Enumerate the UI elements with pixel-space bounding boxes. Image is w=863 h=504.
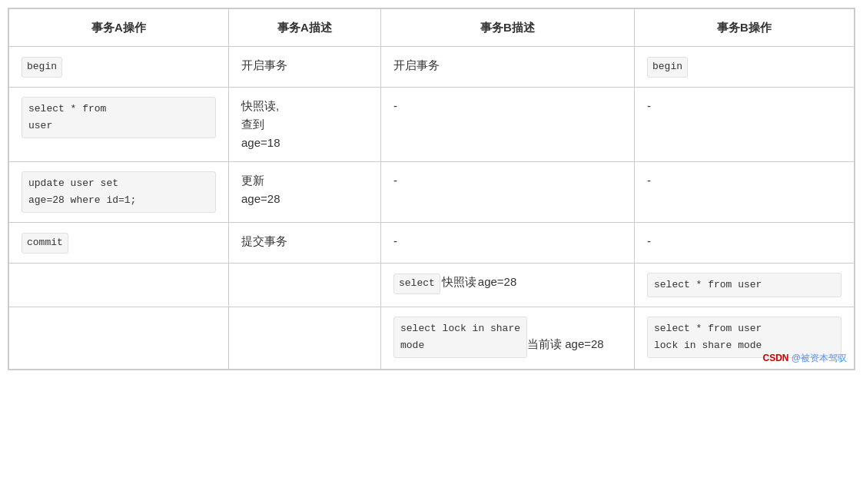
cell-4-col4: select * from user xyxy=(635,263,855,307)
table-row: begin开启事务开启事务begin xyxy=(9,47,855,88)
header-col2: 事务A描述 xyxy=(229,9,381,47)
header-col3: 事务B描述 xyxy=(381,9,635,47)
cell-4-col3: select 快照读 age=28 xyxy=(381,263,635,307)
cell-5-col2 xyxy=(229,307,381,369)
cell-1-col1: select * from user xyxy=(9,87,229,161)
cell-2-col2: 更新 age=28 xyxy=(229,161,381,222)
header-col4: 事务B操作 xyxy=(635,9,855,47)
main-table: 事务A操作 事务A描述 事务B描述 事务B操作 begin开启事务开启事务beg… xyxy=(8,8,855,370)
cell-3-col2: 提交事务 xyxy=(229,222,381,263)
header-row: 事务A操作 事务A描述 事务B描述 事务B操作 xyxy=(9,9,855,47)
table-wrapper: 事务A操作 事务A描述 事务B描述 事务B操作 begin开启事务开启事务beg… xyxy=(8,8,855,370)
cell-0-col4: begin xyxy=(635,47,855,88)
cell-2-col1: update user set age=28 where id=1; xyxy=(9,161,229,222)
cell-1-col2: 快照读, 查到 age=18 xyxy=(229,87,381,161)
watermark-csdn: CSDN xyxy=(762,353,791,363)
table-row: select 快照读 age=28select * from user xyxy=(9,263,855,307)
cell-5-col3: select lock in share mode当前读 age=28 xyxy=(381,307,635,369)
cell-0-col1: begin xyxy=(9,47,229,88)
table-row: select lock in share mode当前读 age=28selec… xyxy=(9,307,855,369)
cell-2-col3: - xyxy=(381,161,635,222)
table-row: update user set age=28 where id=1;更新 age… xyxy=(9,161,855,222)
cell-2-col4: - xyxy=(635,161,855,222)
cell-3-col1: commit xyxy=(9,222,229,263)
cell-1-col3: - xyxy=(381,87,635,161)
cell-0-col2: 开启事务 xyxy=(229,47,381,88)
cell-4-col2 xyxy=(229,263,381,307)
cell-5-col1 xyxy=(9,307,229,369)
cell-1-col4: - xyxy=(635,87,855,161)
table-row: commit提交事务-- xyxy=(9,222,855,263)
watermark-handle: @被资本驾驭 xyxy=(792,353,847,363)
cell-4-col1 xyxy=(9,263,229,307)
table-row: select * from user快照读, 查到 age=18-- xyxy=(9,87,855,161)
header-col1: 事务A操作 xyxy=(9,9,229,47)
watermark: CSDN @被资本驾驭 xyxy=(762,352,847,365)
cell-3-col4: - xyxy=(635,222,855,263)
cell-3-col3: - xyxy=(381,222,635,263)
cell-0-col3: 开启事务 xyxy=(381,47,635,88)
